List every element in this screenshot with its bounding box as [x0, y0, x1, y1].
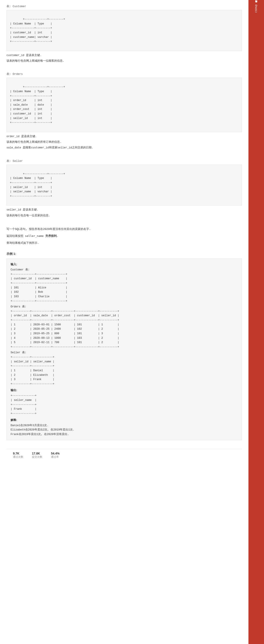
explanation-line3: Frank在2019年卖出1次, 在2020年没有卖出. — [10, 432, 238, 437]
pass-count-value: 9.7K — [13, 452, 19, 455]
question-section: 写一个SQL语句, 报告所有在2020年度没有任何卖出的卖家的名字. 返回结果按… — [6, 227, 242, 246]
output-label: 输出: — [10, 388, 238, 393]
seller-section: 表: Seller +--------------+---------+ | C… — [6, 159, 242, 218]
seller-schema-text: +--------------+---------+ | Column Name… — [10, 172, 65, 198]
seller-desc1: seller_id 是该表主键. — [6, 208, 242, 212]
submit-count-value: 17.8K — [32, 452, 40, 455]
orders-desc3: sale_date 是顾客customer_id和卖家seller_id之间交易… — [6, 146, 242, 150]
question-bold: 升序排列 — [45, 234, 57, 238]
customer-table-header: Customer 表: — [10, 268, 238, 272]
footer-pass-rate: 54.4% 通过率 — [51, 452, 60, 459]
question-line1: 写一个SQL语句, 报告所有在2020年度没有任何卖出的卖家的名字. — [6, 227, 242, 232]
orders-table-header: Orders 表: — [10, 304, 238, 309]
example-block: 输入: Customer 表: +--------------+--------… — [6, 258, 242, 440]
explanation-line2: Elizabeth在2020年卖出2次, 在2019年卖出1次. — [10, 428, 238, 432]
explanation-label: 解释: — [10, 418, 238, 422]
orders-section: 表: Orders +--------------+---------+ | C… — [6, 72, 242, 150]
example-section: 示例 1: 输入: Customer 表: +--------------+--… — [6, 252, 242, 440]
customer-schema-block: +--------------+---------+ | Column Name… — [6, 10, 242, 51]
orders-example-schema: +-----------+------------+-------------+… — [10, 309, 238, 349]
orders-desc1: order_id 是该表主键. — [6, 134, 242, 139]
customer-schema-text: +--------------+---------+ | Column Name… — [10, 18, 65, 43]
input-label: 输入: — [10, 262, 238, 267]
orders-table-label: 表: Orders — [6, 72, 242, 76]
seller-example-schema: +-----------+-------------+ | seller_id … — [10, 355, 238, 386]
customer-table-label: 表: Customer — [6, 4, 242, 8]
pass-rate-label: 通过率 — [51, 455, 59, 459]
orders-schema-block: +--------------+---------+ | Column Name… — [6, 78, 242, 132]
sidebar-logo-text: CSDN@化身孤岛的鲸 — [254, 2, 259, 15]
customer-example-schema: +--------------+------------------+ | cu… — [10, 272, 238, 303]
seller-table-label: 表: Seller — [6, 159, 242, 163]
example-title: 示例 1: — [6, 252, 242, 256]
output-schema: +--------------+ | seller_name | +------… — [10, 394, 238, 416]
customer-desc2: 该表的每行包含网上商城的每一位顾客的信息. — [6, 59, 242, 64]
seller-desc2: 该表的每行包含每一位卖家的信息. — [6, 214, 242, 218]
seller-schema-block: +--------------+---------+ | Column Name… — [6, 164, 242, 206]
seller-example-table-header: Seller 表: — [10, 350, 238, 355]
customer-section: 表: Customer +--------------+---------+ |… — [6, 4, 242, 64]
footer-pass-count: 9.7K 通过次数 — [13, 452, 23, 459]
question-line2: 返回结果按照 seller_name 升序排列. — [6, 234, 242, 238]
question-line3: 查询结果格式如下例所示. — [6, 240, 242, 246]
sidebar-right: CSDN@化身孤岛的鲸 — [249, 0, 264, 644]
customer-desc1: customer_id 是该表主键. — [6, 53, 242, 58]
explanation-line1: Daniel在2020年3月卖出1次. — [10, 423, 238, 428]
orders-desc2: 该表的每行包含网上商城的所有订单的信息. — [6, 140, 242, 144]
orders-schema-text: +--------------+---------+ | Column Name… — [10, 86, 65, 124]
pass-rate-value: 54.4% — [51, 452, 60, 455]
footer-submit-count: 17.8K 提交次数 — [32, 452, 42, 459]
pass-count-label: 通过次数 — [13, 455, 23, 459]
submit-count-label: 提交次数 — [32, 455, 42, 459]
footer-bar: 9.7K 通过次数 17.8K 提交次数 54.4% 通过率 — [6, 449, 242, 462]
